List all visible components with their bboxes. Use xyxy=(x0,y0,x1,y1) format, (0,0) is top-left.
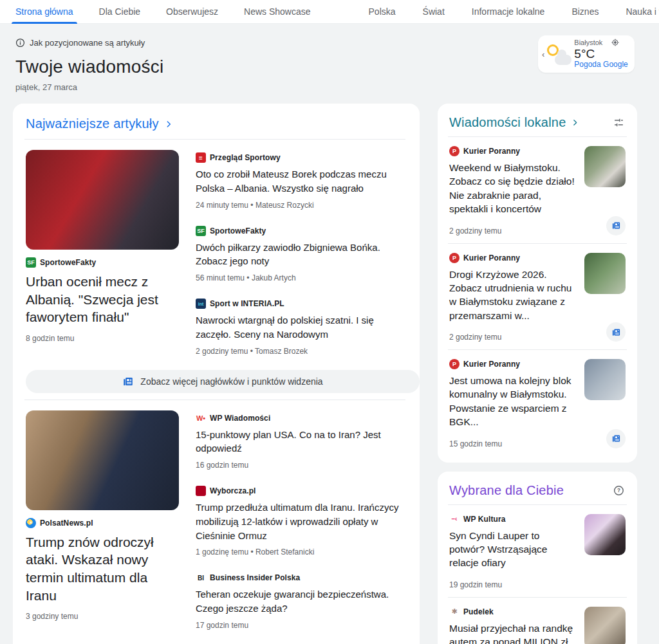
nav-tabs-right: Polska Świat Informacje lokalne Biznes N… xyxy=(369,0,659,24)
picks-article[interactable]: –‹ WP Kultura Syn Cyndi Lauper to potwór… xyxy=(448,505,627,597)
source-name[interactable]: WP Kultura xyxy=(463,515,505,524)
source-name[interactable]: Kurier Poranny xyxy=(463,147,520,156)
tab-news-showcase[interactable]: News Showcase xyxy=(244,0,311,24)
source-name[interactable]: SportoweFakty xyxy=(40,258,96,267)
full-coverage-icon xyxy=(122,376,134,387)
sub-article[interactable]: int Sport w INTERIA.PL Nawrocki wtargnął… xyxy=(196,299,405,356)
tab-biznes[interactable]: Biznes xyxy=(571,0,599,24)
source-logo-kurier-poranny-icon: P xyxy=(449,359,459,369)
tab-swiat[interactable]: Świat xyxy=(423,0,445,24)
sub-headline[interactable]: Teheran oczekuje gwarancji bezpieczeństw… xyxy=(196,587,405,616)
article-headline[interactable]: Weekend w Białymstoku. Zobacz co się będ… xyxy=(449,161,575,216)
info-icon xyxy=(15,38,25,48)
weather-prev-chevron-icon[interactable]: ‹ xyxy=(541,50,546,59)
weather-widget[interactable]: ‹ Białystok 5°C Pogoda Google xyxy=(538,35,635,73)
picks-article[interactable]: ✱ Pudelek Musiał przyjechał na randkę au… xyxy=(448,597,627,644)
lead-article-image[interactable] xyxy=(26,410,179,510)
source-name[interactable]: Przegląd Sportowy xyxy=(210,153,281,162)
full-coverage-button[interactable] xyxy=(606,429,626,448)
article-headline[interactable]: Syn Cyndi Lauper to potwór? Wstrząsające… xyxy=(449,529,575,570)
help-question-icon: ? xyxy=(613,485,624,496)
article-time: 2 godziny temu • Tomasz Brozek xyxy=(196,347,405,356)
sub-article[interactable]: SF SportoweFakty Dwóch piłkarzy zawiodło… xyxy=(196,226,405,283)
article-time: 2 godziny temu xyxy=(449,226,575,235)
article-time: 3 godziny temu xyxy=(26,612,179,621)
sub-headline[interactable]: Nawrocki wtargnął do polskiej szatni. I … xyxy=(196,313,405,342)
weather-city: Białystok xyxy=(574,39,602,47)
picks-help-button[interactable]: ? xyxy=(612,484,626,497)
full-coverage-button[interactable]: Zobacz więcej nagłówków i punktów widzen… xyxy=(26,370,420,393)
lead-article[interactable]: SF SportoweFakty Urban ocenił mecz z Alb… xyxy=(26,150,179,356)
tab-informacje-lokalne[interactable]: Informacje lokalne xyxy=(472,0,545,24)
nav-tabs-left: Strona główna Dla Ciebie Obserwujesz New… xyxy=(15,0,311,24)
picks-for-you-card: Wybrane dla Ciebie ? –‹ WP Kultura xyxy=(438,472,637,644)
source-logo-wp-wiadomosci-icon: W• xyxy=(196,413,206,423)
source-name[interactable]: SportoweFakty xyxy=(210,226,266,235)
tab-dla-ciebie[interactable]: Dla Ciebie xyxy=(99,0,141,24)
source-logo-kurier-poranny-icon: P xyxy=(449,146,459,156)
article-time: 24 minuty temu • Mateusz Rozycki xyxy=(196,201,405,210)
source-logo-wyborcza-icon xyxy=(196,486,206,496)
tune-filter-icon xyxy=(613,117,624,128)
source-name[interactable]: Kurier Poranny xyxy=(463,360,520,369)
article-headline[interactable]: Drogi Krzyżowe 2026. Zobacz utrudnienia … xyxy=(449,268,575,323)
top-stories-header-link[interactable]: Najważniejsze artykuły xyxy=(26,116,173,131)
full-coverage-label: Zobacz więcej nagłówków i punktów widzen… xyxy=(140,376,322,387)
article-time: 17 godzin temu xyxy=(196,621,405,630)
picks-header[interactable]: Wybrane dla Ciebie xyxy=(449,483,564,498)
sub-headline[interactable]: Oto co zrobił Mateusz Borek podczas mecz… xyxy=(196,167,405,196)
source-name[interactable]: WP Wiadomości xyxy=(210,414,270,423)
article-thumbnail[interactable] xyxy=(584,607,626,644)
story-cluster: ☀ PolsatNews.pl Trump znów odroczył atak… xyxy=(24,400,405,634)
full-coverage-button[interactable] xyxy=(606,216,626,235)
tab-obserwujesz[interactable]: Obserwujesz xyxy=(166,0,218,24)
local-news-header-link[interactable]: Wiadomości lokalne xyxy=(449,115,579,130)
weather-sun-cloud-icon xyxy=(546,43,571,65)
article-headline[interactable]: Jest umowa na kolejny blok komunalny w B… xyxy=(449,374,575,429)
sub-article[interactable]: ≡ Przegląd Sportowy Oto co zrobił Mateus… xyxy=(196,152,405,210)
source-name[interactable]: Kurier Poranny xyxy=(463,253,520,262)
lead-headline[interactable]: Urban ocenił mecz z Albanią. "Szwecja je… xyxy=(26,273,179,326)
ranking-info-link[interactable]: Jak pozycjonowane są artykuły xyxy=(15,38,163,48)
source-logo-business-insider-icon: BI xyxy=(196,573,206,583)
article-headline[interactable]: Musiał przyjechał na randkę autem za pon… xyxy=(449,621,575,644)
article-thumbnail[interactable] xyxy=(584,253,626,294)
source-name[interactable]: Pudelek xyxy=(463,607,494,616)
weather-google-link[interactable]: Pogoda Google xyxy=(574,60,627,69)
tab-strona-glowna[interactable]: Strona główna xyxy=(15,0,73,24)
article-time: 1 godzinę temu • Robert Stefanicki xyxy=(196,547,405,557)
local-article[interactable]: P Kurier Poranny Weekend w Białymstoku. … xyxy=(448,137,627,243)
lead-headline[interactable]: Trump znów odroczył ataki. Wskazał nowy … xyxy=(26,533,179,605)
tab-nauka-i-technika[interactable]: Nauka i technika xyxy=(626,0,659,24)
chevron-right-icon xyxy=(571,118,579,127)
article-thumbnail[interactable] xyxy=(584,146,626,187)
source-name[interactable]: Business Insider Polska xyxy=(210,573,300,582)
local-news-settings-button[interactable] xyxy=(612,116,626,129)
article-time: 15 godzin temu xyxy=(449,439,575,448)
source-logo-przeglad-sportowy-icon: ≡ xyxy=(196,152,206,163)
local-article[interactable]: P Kurier Poranny Jest umowa na kolejny b… xyxy=(448,349,627,456)
article-thumbnail[interactable] xyxy=(584,514,626,555)
sub-article[interactable]: BI Business Insider Polska Teheran oczek… xyxy=(196,573,405,630)
local-article[interactable]: P Kurier Poranny Drogi Krzyżowe 2026. Zo… xyxy=(448,243,627,350)
sub-headline[interactable]: Trump przedłuża ultimatum dla Iranu. Ira… xyxy=(196,501,405,542)
lead-article[interactable]: ☀ PolsatNews.pl Trump znów odroczył atak… xyxy=(26,410,179,630)
sub-article[interactable]: W• WP Wiadomości 15-punktowy plan USA. C… xyxy=(196,413,405,470)
local-news-card: Wiadomości lokalne xyxy=(438,104,637,463)
location-crosshair-icon[interactable] xyxy=(611,39,619,46)
page-date: piątek, 27 marca xyxy=(15,82,163,92)
source-name[interactable]: Wyborcza.pl xyxy=(210,486,256,495)
source-name[interactable]: PolsatNews.pl xyxy=(40,519,93,528)
sub-article[interactable]: Wyborcza.pl Trump przedłuża ultimatum dl… xyxy=(196,486,405,557)
full-coverage-icon xyxy=(611,434,621,443)
source-name[interactable]: Sport w INTERIA.PL xyxy=(210,299,284,308)
sub-headline[interactable]: Dwóch piłkarzy zawiodło Zbigniewa Bońka.… xyxy=(196,241,405,269)
article-time: 56 minut temu • Jakub Artych xyxy=(196,273,405,282)
full-coverage-button[interactable] xyxy=(606,322,626,342)
tab-polska[interactable]: Polska xyxy=(369,0,396,24)
article-thumbnail[interactable] xyxy=(584,359,626,400)
sub-headline[interactable]: 15-punktowy plan USA. Co na to Iran? Jes… xyxy=(196,428,405,456)
top-navigation: Strona główna Dla Ciebie Obserwujesz New… xyxy=(0,0,659,24)
source-logo-sportowefakty-icon: SF xyxy=(26,257,36,268)
lead-article-image[interactable] xyxy=(26,150,179,250)
